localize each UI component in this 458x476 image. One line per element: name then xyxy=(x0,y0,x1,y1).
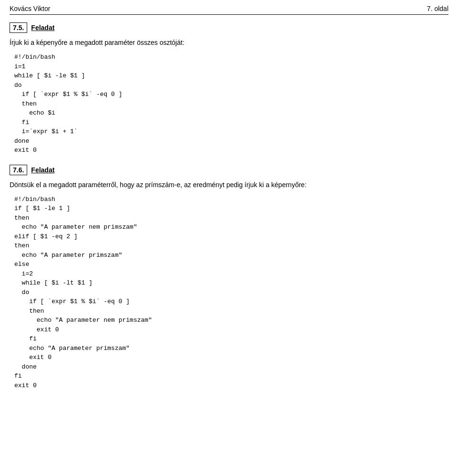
section6-description: Döntsük el a megadott paraméterről, hogy… xyxy=(10,180,448,190)
section5-title: Feladat xyxy=(31,24,54,32)
section6-title: Feladat xyxy=(31,166,54,174)
section6-number: 7.6. xyxy=(10,165,27,175)
page-header: Kovács Viktor 7. oldal xyxy=(10,5,448,15)
section5-header: 7.5. Feladat xyxy=(10,22,448,33)
section5-description: Írjuk ki a képenyőre a megadott paraméte… xyxy=(10,38,448,48)
section6-code: #!/bin/bash if [ $1 -le 1 ] then echo "A… xyxy=(14,195,448,391)
section6-header: 7.6. Feladat xyxy=(10,165,448,175)
section6-container: 7.6. Feladat Döntsük el a megadott param… xyxy=(10,165,448,391)
section5-code: #!/bin/bash i=1 while [ $i -le $1 ] do i… xyxy=(14,53,448,155)
section5-number: 7.5. xyxy=(10,22,27,33)
author-name: Kovács Viktor xyxy=(10,5,50,12)
section5-container: 7.5. Feladat Írjuk ki a képenyőre a mega… xyxy=(10,22,448,155)
page-number: 7. oldal xyxy=(427,5,448,12)
